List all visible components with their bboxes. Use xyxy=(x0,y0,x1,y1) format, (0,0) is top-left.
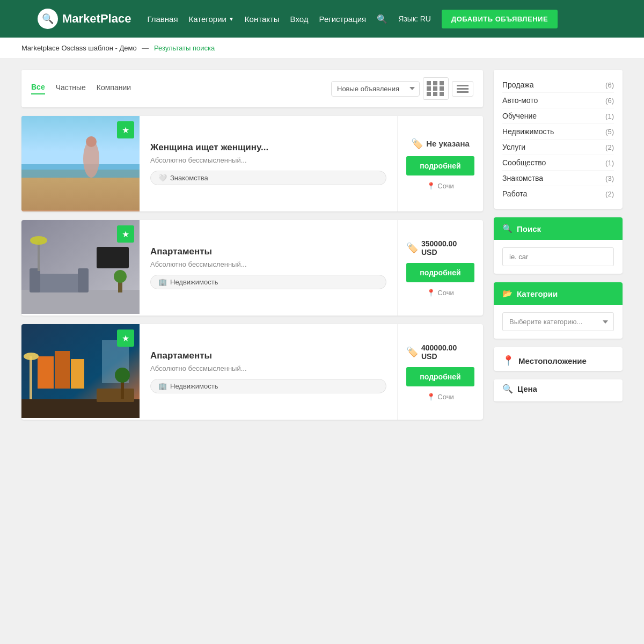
card-price-column: 🏷️ 350000.00 USD подробней 📍 Сочи xyxy=(397,220,483,316)
building-icon: 🏢 xyxy=(158,382,167,390)
svg-point-4 xyxy=(86,136,97,147)
listing-image: ★ xyxy=(21,220,140,316)
nav-login[interactable]: Вход xyxy=(290,14,309,24)
listing-location: 📍 Сочи xyxy=(427,182,453,190)
building-icon: 🏢 xyxy=(158,278,167,286)
listings-content: Все Частные Компании Новые объявления Ст… xyxy=(21,70,483,428)
nav-home[interactable]: Главная xyxy=(147,14,178,24)
categories-widget: 📂 Категории Выберите категорию... Продаж… xyxy=(494,282,623,339)
listing-title: Апартаменты xyxy=(150,246,386,257)
svg-rect-19 xyxy=(21,399,140,418)
listing-category[interactable]: 🏢 Недвижимость xyxy=(150,275,386,289)
listing-location: 📍 Сочи xyxy=(427,289,453,297)
list-view-button[interactable] xyxy=(452,81,473,97)
listing-card: ★ Апартаменты Абсолютно бессмысленный...… xyxy=(21,324,483,420)
price-widget-header: 🔍 Цена xyxy=(494,379,623,401)
sidebar: Продажа (6) Авто-мото (6) Обучение (1) Н… xyxy=(494,70,623,428)
listing-description: Абсолютно бессмысленный... xyxy=(150,364,386,372)
svg-rect-8 xyxy=(30,268,40,292)
categories-widget-header: 📂 Категории xyxy=(494,282,623,305)
svg-point-12 xyxy=(114,270,127,283)
breadcrumb-separator: — xyxy=(142,44,149,52)
featured-badge: ★ xyxy=(117,225,134,243)
category-select[interactable]: Выберите категорию... Продажа Авто-мото … xyxy=(502,312,614,331)
category-item-znakomstva[interactable]: Знакомства (3) xyxy=(502,171,614,186)
grid-view-button[interactable] xyxy=(423,77,449,100)
logo[interactable]: 🔍 MarketPlace xyxy=(38,9,131,29)
location-widget-header: 📍 Местоположение xyxy=(494,347,623,371)
svg-rect-17 xyxy=(55,351,70,389)
category-item-avto[interactable]: Авто-мото (6) xyxy=(502,93,614,108)
add-listing-button[interactable]: ДОБАВИТЬ ОБЪЯВЛЕНИЕ xyxy=(442,10,558,28)
listing-image: ★ xyxy=(21,116,140,211)
listing-price: 🏷️ 350000.00 USD xyxy=(406,239,474,257)
svg-rect-16 xyxy=(38,356,54,389)
svg-rect-18 xyxy=(71,359,84,389)
price-tag-icon: 🏷️ xyxy=(406,346,418,358)
listing-card: ★ Апартаменты Абсолютно бессмысленный...… xyxy=(21,220,483,316)
search-icon[interactable]: 🔍 xyxy=(377,14,387,24)
folder-icon: 📂 xyxy=(502,289,513,298)
listing-title: Апартаменты xyxy=(150,350,386,361)
location-icon: 📍 xyxy=(427,182,435,190)
filters-bar: Все Частные Компании Новые объявления Ст… xyxy=(21,70,483,107)
svg-rect-13 xyxy=(38,241,40,271)
tab-all[interactable]: Все xyxy=(31,83,45,94)
location-icon: 📍 xyxy=(502,355,514,367)
logo-icon: 🔍 xyxy=(38,9,58,29)
search-widget: 🔍 Поиск xyxy=(494,217,623,274)
card-body: Женщина ищет женщину... Абсолютно бессмы… xyxy=(140,116,397,211)
logo-text: MarketPlace xyxy=(62,12,131,26)
price-search-icon: 🔍 xyxy=(502,384,513,394)
sort-select[interactable]: Новые объявления Старые объявления Цена … xyxy=(331,81,420,97)
location-icon: 📍 xyxy=(427,289,435,297)
category-item-nedvizhimost[interactable]: Недвижимость (5) xyxy=(502,124,614,140)
listing-description: Абсолютно бессмысленный... xyxy=(150,156,386,164)
card-price-column: 🏷️ 400000.00 USD подробней 📍 Сочи xyxy=(397,324,483,420)
detail-button[interactable]: подробней xyxy=(406,156,474,175)
category-item-obuchenie[interactable]: Обучение (1) xyxy=(502,108,614,124)
svg-rect-6 xyxy=(21,290,140,314)
detail-button[interactable]: подробней xyxy=(406,263,474,282)
search-icon: 🔍 xyxy=(502,224,513,233)
svg-point-21 xyxy=(24,353,39,360)
nav-register[interactable]: Регистрация xyxy=(319,14,367,24)
detail-button[interactable]: подробней xyxy=(406,367,474,386)
breadcrumb-home[interactable]: Marketplace Osclass шаблон - Демо xyxy=(21,44,137,52)
listing-description: Абсолютно бессмысленный... xyxy=(150,260,386,268)
category-item-rabota[interactable]: Работа (2) xyxy=(502,186,614,201)
categories-widget-body: Выберите категорию... Продажа Авто-мото … xyxy=(494,305,623,339)
breadcrumb-current: Результаты поиска xyxy=(154,44,215,52)
search-input[interactable] xyxy=(502,247,614,266)
svg-rect-10 xyxy=(97,247,129,268)
tab-private[interactable]: Частные xyxy=(56,83,86,94)
listing-category[interactable]: 🤍 Знакомства xyxy=(150,171,386,185)
svg-rect-9 xyxy=(78,268,89,292)
main-content: Все Частные Компании Новые объявления Ст… xyxy=(0,59,644,439)
svg-rect-23 xyxy=(97,389,134,402)
tab-companies[interactable]: Компании xyxy=(97,83,131,94)
location-icon: 📍 xyxy=(427,393,435,401)
card-body: Апартаменты Абсолютно бессмысленный... 🏢… xyxy=(140,324,397,420)
sort-section: Новые объявления Старые объявления Цена … xyxy=(331,77,473,100)
category-item-soobschestvo[interactable]: Сообщество (1) xyxy=(502,155,614,171)
category-item-prodazha[interactable]: Продажа (6) xyxy=(502,77,614,93)
category-item-uslugi[interactable]: Услуги (2) xyxy=(502,140,614,155)
listing-image: ★ xyxy=(21,324,140,420)
listing-category[interactable]: 🏢 Недвижимость xyxy=(150,379,386,393)
listing-location: 📍 Сочи xyxy=(427,393,453,401)
svg-point-25 xyxy=(115,368,130,383)
nav-contacts[interactable]: Контакты xyxy=(245,14,280,24)
main-nav: Главная Категории ▼ Контакты Вход Регист… xyxy=(147,10,623,28)
language-selector[interactable]: Язык: RU xyxy=(398,14,431,23)
card-body: Апартаменты Абсолютно бессмысленный... 🏢… xyxy=(140,220,397,316)
listing-title: Женщина ищет женщину... xyxy=(150,142,386,153)
chevron-down-icon: ▼ xyxy=(229,16,234,22)
price-tag-icon: 🏷️ xyxy=(411,138,423,150)
listing-price: 🏷️ 400000.00 USD xyxy=(406,343,474,361)
featured-badge: ★ xyxy=(117,330,134,347)
nav-categories[interactable]: Категории ▼ xyxy=(189,14,234,24)
sidebar-categories-list: Продажа (6) Авто-мото (6) Обучение (1) Н… xyxy=(494,70,623,209)
heart-icon: 🤍 xyxy=(158,174,167,182)
price-widget: 🔍 Цена xyxy=(494,379,623,401)
